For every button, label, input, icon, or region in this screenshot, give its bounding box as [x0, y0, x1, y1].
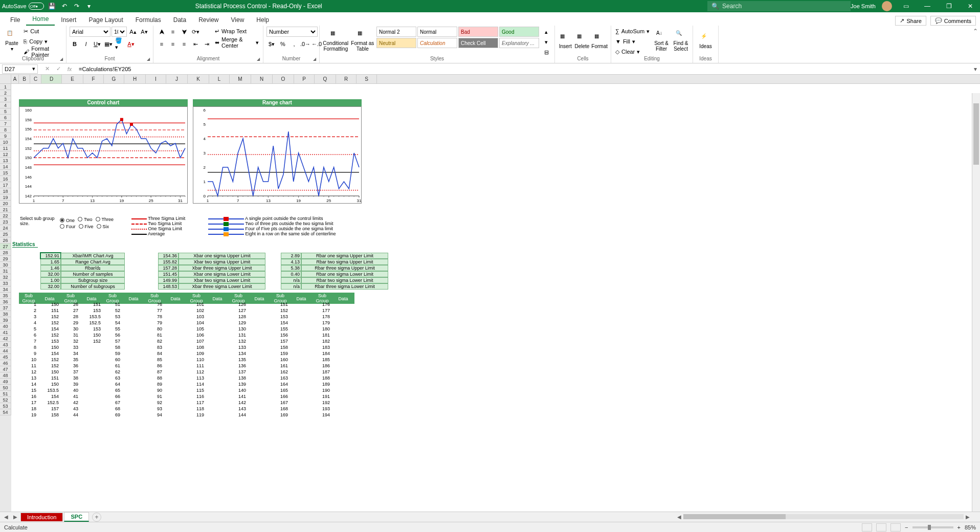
- redo-icon[interactable]: ↷: [73, 2, 81, 10]
- close-icon[interactable]: ✕: [963, 1, 978, 11]
- increase-indent-icon[interactable]: ⇥: [202, 39, 212, 49]
- cancel-formula-icon[interactable]: ✕: [42, 64, 52, 74]
- col-header-M[interactable]: M: [230, 75, 251, 83]
- style-explanatory[interactable]: Explanatory ...: [499, 38, 539, 48]
- row-header-23[interactable]: 23: [0, 219, 11, 225]
- fill-color-button[interactable]: 🪣▾: [115, 39, 125, 49]
- col-header-B[interactable]: B: [19, 75, 30, 83]
- sheet-content[interactable]: Control chartRange chart1421441461481501…: [11, 93, 972, 512]
- view-page-break-icon[interactable]: [890, 523, 901, 531]
- col-header-Q[interactable]: Q: [315, 75, 336, 83]
- radio-five[interactable]: Five: [79, 224, 94, 229]
- row-header-30[interactable]: 30: [0, 262, 11, 268]
- style-bad[interactable]: Bad: [458, 27, 498, 37]
- row-header-11[interactable]: 11: [0, 145, 11, 151]
- sheet-nav-prev-icon[interactable]: ◀: [2, 513, 10, 521]
- row-header-32[interactable]: 32: [0, 274, 11, 280]
- vertical-scrollbar[interactable]: [972, 93, 980, 512]
- row-header-40[interactable]: 40: [0, 323, 11, 329]
- tab-data[interactable]: Data: [167, 14, 192, 26]
- col-header-N[interactable]: N: [251, 75, 273, 83]
- tab-file[interactable]: File: [4, 14, 26, 26]
- row-header-20[interactable]: 20: [0, 201, 11, 207]
- align-center-icon[interactable]: ≡: [168, 39, 178, 49]
- sheet-tab-introduction[interactable]: Introduction: [20, 513, 63, 521]
- style-neutral[interactable]: Neutral: [376, 38, 416, 48]
- col-header-P[interactable]: P: [294, 75, 315, 83]
- col-header-G[interactable]: G: [104, 75, 124, 83]
- align-right-icon[interactable]: ≡: [179, 39, 189, 49]
- col-header-A[interactable]: A: [11, 75, 19, 83]
- row-header-26[interactable]: 26: [0, 237, 11, 243]
- row-header-48[interactable]: 48: [0, 372, 11, 379]
- bold-button[interactable]: B: [70, 39, 80, 49]
- row-header-15[interactable]: 15: [0, 170, 11, 176]
- share-button[interactable]: ↗Share: [895, 16, 926, 26]
- row-header-41[interactable]: 41: [0, 329, 11, 336]
- style-check-cell[interactable]: Check Cell: [458, 38, 498, 48]
- col-header-H[interactable]: H: [124, 75, 146, 83]
- row-header-27[interactable]: 27: [0, 243, 11, 250]
- underline-button[interactable]: U▾: [92, 39, 102, 49]
- zoom-level[interactable]: 85%: [965, 524, 976, 530]
- tab-view[interactable]: View: [225, 14, 251, 26]
- row-header-42[interactable]: 42: [0, 336, 11, 342]
- save-icon[interactable]: 💾: [48, 2, 56, 10]
- col-header-D[interactable]: D: [41, 75, 62, 83]
- row-header-10[interactable]: 10: [0, 139, 11, 145]
- qat-customize-icon[interactable]: ▾: [85, 2, 93, 10]
- tab-formulas[interactable]: Formulas: [129, 14, 167, 26]
- autosum-button[interactable]: ∑AutoSum▾: [614, 27, 651, 36]
- row-header-21[interactable]: 21: [0, 207, 11, 213]
- style-normal[interactable]: Normal: [417, 27, 457, 37]
- delete-cells-button[interactable]: ▦Delete: [574, 27, 589, 55]
- row-header-35[interactable]: 35: [0, 293, 11, 299]
- number-format-select[interactable]: Number: [266, 27, 318, 37]
- format-cells-button[interactable]: ▦Format: [591, 27, 608, 55]
- col-header-L[interactable]: L: [209, 75, 230, 83]
- wrap-text-button[interactable]: ↵Wrap Text: [214, 27, 260, 36]
- col-header-I[interactable]: I: [146, 75, 166, 83]
- tab-help[interactable]: Help: [250, 14, 275, 26]
- percent-format-icon[interactable]: %: [278, 39, 288, 49]
- radio-three[interactable]: Three: [96, 217, 114, 222]
- clipboard-dialog-launcher[interactable]: ◢: [60, 57, 65, 62]
- decrease-indent-icon[interactable]: ⇤: [190, 39, 201, 49]
- radio-six[interactable]: Six: [97, 224, 109, 229]
- row-header-47[interactable]: 47: [0, 366, 11, 372]
- col-header-C[interactable]: C: [30, 75, 41, 83]
- alignment-dialog-launcher[interactable]: ◢: [257, 57, 262, 62]
- minimize-icon[interactable]: —: [920, 1, 935, 11]
- zoom-slider[interactable]: [912, 526, 953, 528]
- row-header-31[interactable]: 31: [0, 268, 11, 274]
- col-header-R[interactable]: R: [336, 75, 357, 83]
- radio-four[interactable]: Four: [60, 224, 76, 229]
- select-all-corner[interactable]: [0, 75, 11, 83]
- row-header-54[interactable]: 54: [0, 409, 11, 415]
- row-header-39[interactable]: 39: [0, 317, 11, 323]
- row-header-12[interactable]: 12: [0, 151, 11, 158]
- ribbon-mode-icon[interactable]: ▭: [898, 1, 914, 11]
- expand-formula-bar-icon[interactable]: ▾: [971, 65, 980, 73]
- insert-cells-button[interactable]: ▦Insert: [558, 27, 572, 55]
- row-header-17[interactable]: 17: [0, 182, 11, 188]
- undo-icon[interactable]: ↶: [60, 2, 69, 10]
- row-header-38[interactable]: 38: [0, 311, 11, 317]
- row-header-3[interactable]: 3: [0, 96, 11, 102]
- styles-scroll-down-icon[interactable]: ▾: [541, 37, 551, 47]
- fill-button[interactable]: ▼Fill▾: [614, 37, 651, 46]
- collapse-ribbon-icon[interactable]: ⌃: [973, 28, 978, 35]
- sheet-tab-spc[interactable]: SPC: [64, 512, 89, 522]
- font-color-button[interactable]: A▾: [126, 39, 136, 49]
- autosave-toggle[interactable]: AutoSave Off ●: [2, 3, 44, 10]
- row-header-51[interactable]: 51: [0, 391, 11, 397]
- fx-icon[interactable]: fx: [64, 64, 75, 74]
- col-header-J[interactable]: J: [166, 75, 188, 83]
- comma-format-icon[interactable]: ,: [289, 39, 299, 49]
- font-name-select[interactable]: Arial: [70, 27, 110, 37]
- styles-scroll-up-icon[interactable]: ▴: [541, 27, 551, 37]
- row-header-46[interactable]: 46: [0, 360, 11, 366]
- radio-one[interactable]: One: [60, 218, 75, 223]
- col-header-K[interactable]: K: [188, 75, 209, 83]
- increase-font-icon[interactable]: A▴: [128, 27, 138, 37]
